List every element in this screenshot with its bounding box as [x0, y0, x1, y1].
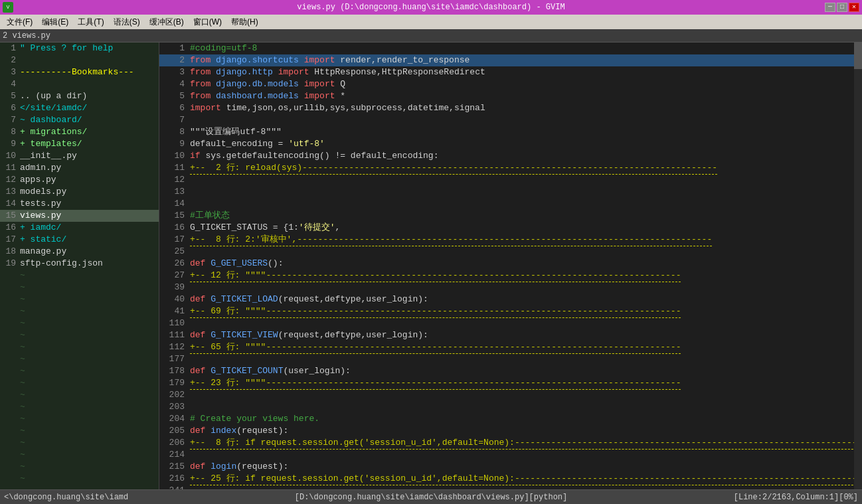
menu-item-工具(T)[interactable]: 工具(T): [74, 15, 108, 29]
code-content-111: def G_TICKET_VIEW(request,deftype,user_l…: [190, 329, 428, 341]
code-num-26: 26: [161, 258, 185, 270]
code-num-179: 179: [161, 377, 185, 389]
code-editor[interactable]: 1#coding=utf-82from django.shortcuts imp…: [159, 42, 862, 489]
minimize-button[interactable]: ─: [825, 3, 835, 12]
menu-item-帮助(H)[interactable]: 帮助(H): [227, 15, 262, 29]
code-content-206: +-- 8 行: if request.session.get('session…: [190, 437, 862, 450]
tree-line-2[interactable]: 3----------Bookmarks---: [0, 66, 159, 78]
tree-tilde-7: ~: [0, 353, 159, 365]
menu-item-编辑(E)[interactable]: 编辑(E): [38, 15, 72, 29]
close-button[interactable]: ✕: [849, 3, 859, 12]
code-line-179: 179+-- 23 行: """"-----------------------…: [159, 377, 862, 389]
tree-line-14[interactable]: 15 views.py: [0, 210, 159, 222]
tree-line-9[interactable]: 10 __init__.py: [0, 150, 159, 162]
code-content-26: def G_GET_USERS():: [190, 258, 283, 270]
tree-line-11[interactable]: 12 apps.py: [0, 174, 159, 186]
code-num-216: 216: [161, 473, 185, 485]
code-line-15: 15#工单状态: [159, 210, 862, 222]
tree-line-num-6: 7: [3, 114, 16, 126]
tilde-text-3: ~: [20, 305, 25, 317]
tree-line-5[interactable]: 6</site/iamdc/: [0, 102, 159, 114]
scrollbar-thumb[interactable]: [854, 42, 862, 69]
editor-scroll[interactable]: 1#coding=utf-82from django.shortcuts imp…: [159, 42, 862, 489]
tree-line-17[interactable]: 18 manage.py: [0, 246, 159, 258]
code-num-206: 206: [161, 437, 185, 449]
code-line-13: 13: [159, 186, 862, 198]
status-middle: [D:\dongcong.huang\site\iamdc\dashboard\…: [295, 490, 567, 504]
tilde-text-10: ~: [20, 389, 25, 401]
tree-line-text-10: admin.py: [20, 162, 61, 174]
title-text: views.py (D:\dongcong.huang\site\iamdc\d…: [297, 3, 564, 12]
tree-line-num-14: 15: [3, 210, 16, 222]
tree-line-12[interactable]: 13 models.py: [0, 186, 159, 198]
menu-item-语法(S)[interactable]: 语法(S): [110, 15, 144, 29]
scrollbar[interactable]: [854, 42, 862, 489]
tree-line-7[interactable]: 8 + migrations/: [0, 126, 159, 138]
tree-line-num-1: 2: [3, 54, 16, 66]
code-content-179: +-- 23 行: """"--------------------------…: [190, 377, 681, 390]
tree-line-4[interactable]: 5.. (up a dir): [0, 90, 159, 102]
code-content-1: #coding=utf-8: [190, 42, 257, 54]
code-num-3: 3: [161, 66, 185, 78]
tree-tilde-1: ~: [0, 282, 159, 294]
code-line-204: 204# Create your views here.: [159, 413, 862, 425]
tree-line-18[interactable]: 19 sftp-config.json: [0, 258, 159, 270]
menu-item-文件(F)[interactable]: 文件(F): [3, 15, 37, 29]
tree-line-text-8: + templates/: [20, 138, 82, 150]
code-content-17: +-- 8 行: 2:'审核中',-----------------------…: [190, 234, 712, 246]
titlebar: V views.py (D:\dongcong.huang\site\iamdc…: [0, 0, 862, 15]
code-num-11: 11: [161, 162, 185, 174]
code-line-9: 9default_encoding = 'utf-8': [159, 138, 862, 150]
code-line-202: 202: [159, 389, 862, 401]
tree-line-num-15: 16: [3, 222, 16, 234]
code-content-178: def G_TICKET_COUNT(user_login):: [190, 365, 351, 377]
code-num-1: 1: [161, 42, 185, 54]
status-left: <\dongcong.huang\site\iamd: [4, 490, 128, 504]
code-num-204: 204: [161, 413, 185, 425]
tree-tilde-2: ~: [0, 294, 159, 305]
code-num-39: 39: [161, 282, 185, 294]
tree-line-text-11: apps.py: [20, 174, 56, 186]
code-num-15: 15: [161, 210, 185, 222]
code-line-25: 25: [159, 246, 862, 258]
tree-line-num-4: 5: [3, 90, 16, 102]
code-line-8: 8"""设置编码utf-8""": [159, 126, 862, 138]
code-num-2: 2: [161, 54, 185, 66]
tree-line-num-17: 18: [3, 246, 16, 258]
code-num-112: 112: [161, 341, 185, 353]
menubar: 文件(F)编辑(E)工具(T)语法(S)缓冲区(B)窗口(W)帮助(H): [0, 15, 862, 29]
maximize-button[interactable]: □: [837, 3, 847, 12]
status-right: [Line:2/2163,Column:1][0%]: [734, 490, 858, 504]
tree-line-6[interactable]: 7~ dashboard/: [0, 114, 159, 126]
code-num-13: 13: [161, 186, 185, 198]
menu-item-缓冲区(B)[interactable]: 缓冲区(B): [145, 15, 188, 29]
tree-line-1: 2: [0, 54, 159, 66]
tree-line-16[interactable]: 17 + static/: [0, 234, 159, 246]
code-line-214: 214: [159, 449, 862, 461]
tree-line-10[interactable]: 11 admin.py: [0, 162, 159, 174]
code-num-241: 241: [161, 485, 185, 489]
code-line-11: 11+-- 2 行: reload(sys)------------------…: [159, 162, 862, 174]
menu-item-窗口(W)[interactable]: 窗口(W): [189, 15, 226, 29]
tree-tilde-11: ~: [0, 401, 159, 413]
tree-line-num-8: 9: [3, 138, 16, 150]
code-content-216: +-- 25 行: if request.session.get('sessio…: [190, 473, 862, 485]
tree-line-15[interactable]: 16 + iamdc/: [0, 222, 159, 234]
tree-line-text-2: ----------Bookmarks---: [20, 66, 134, 78]
tilde-text-9: ~: [20, 377, 25, 389]
tree-line-13[interactable]: 14 tests.py: [0, 198, 159, 210]
code-num-14: 14: [161, 198, 185, 210]
code-num-27: 27: [161, 270, 185, 282]
tree-line-0[interactable]: 1" Press ? for help: [0, 42, 159, 54]
code-content-3: from django.http import HttpResponse,Htt…: [190, 66, 485, 78]
tree-line-num-9: 10: [3, 150, 16, 162]
tilde-text-4: ~: [20, 317, 25, 329]
code-line-16: 16G_TICKET_STATUS = {1:'待提交',: [159, 222, 862, 234]
tree-line-8[interactable]: 9 + templates/: [0, 138, 159, 150]
tree-line-text-4: .. (up a dir): [20, 90, 87, 102]
code-num-205: 205: [161, 425, 185, 437]
code-content-15: #工单状态: [190, 210, 230, 222]
code-content-16: G_TICKET_STATUS = {1:'待提交',: [190, 222, 340, 234]
code-line-12: 12: [159, 174, 862, 186]
code-content-40: def G_TICKET_LOAD(request,deftype,user_l…: [190, 294, 428, 305]
